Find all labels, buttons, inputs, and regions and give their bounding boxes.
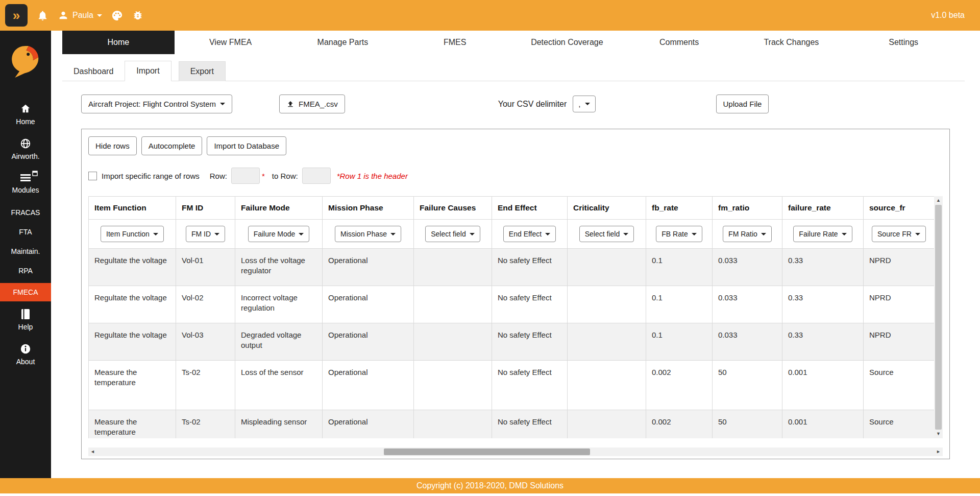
csv-file-button[interactable]: FMEA_.csv (279, 95, 345, 113)
table-cell: NPRD (864, 249, 935, 286)
filter-select-fm-ratio[interactable]: FM Ratio (723, 226, 772, 242)
delimiter-value: , (578, 100, 580, 108)
table-cell: Vol-03 (176, 323, 235, 361)
footer: Copyright (c) 2018-2020, DMD Solutions (0, 478, 980, 493)
sidebar-item-label: FTA (19, 228, 32, 236)
table-cell (568, 249, 646, 286)
table-cell (414, 286, 492, 323)
scroll-up-arrow-icon[interactable]: ▲ (936, 198, 941, 203)
table-filter-row: Item FunctionFM IDFailure ModeMission Ph… (89, 220, 935, 249)
table-cell (414, 249, 492, 286)
table-cell: 0.33 (782, 323, 864, 361)
column-header-fm-ratio: fm_ratio (713, 197, 782, 220)
sidebar-item-fracas[interactable]: FRACAS (0, 203, 51, 222)
table-cell: 0.033 (713, 249, 782, 286)
table-cell: No safety Effect (492, 410, 568, 439)
row-start-input[interactable] (231, 168, 260, 184)
table-cell (568, 410, 646, 439)
row-end-label: to Row: (272, 172, 298, 180)
sidebar-item-maintain[interactable]: Maintain. (0, 242, 51, 261)
sidebar-item-modules[interactable]: Modules (0, 170, 51, 197)
table-cell: Regultate the voltage (89, 323, 176, 361)
tab-view-fmea[interactable]: View FMEA (175, 31, 287, 54)
tab-fmes[interactable]: FMES (399, 31, 511, 54)
bug-report-button[interactable] (132, 10, 143, 21)
filter-select-failure-mode[interactable]: Failure Mode (248, 226, 310, 242)
scroll-left-arrow-icon[interactable]: ◄ (90, 450, 95, 454)
column-header-source-fr: source_fr (864, 197, 935, 220)
chevron-down-icon (299, 233, 304, 235)
tab-comments[interactable]: Comments (623, 31, 736, 54)
sidebar-item-airworthiness[interactable]: Airworth. (0, 135, 51, 163)
filter-cell: Select field (568, 220, 646, 249)
tab-home[interactable]: Home (62, 31, 175, 54)
range-checkbox[interactable] (88, 172, 97, 180)
autocomplete-button[interactable]: Autocomplete (141, 136, 203, 155)
tab-detection-coverage[interactable]: Detection Coverage (511, 31, 623, 54)
table-cell (568, 286, 646, 323)
horizontal-scrollbar[interactable]: ◄ ► (88, 447, 943, 456)
sidebar-item-rpa[interactable]: RPA (0, 262, 51, 280)
table-cell: 50 (713, 410, 782, 439)
range-row: Import specific range of rows Row: * to … (88, 168, 943, 184)
project-selector-label: Aircraft Project: Flight Control System (88, 100, 216, 108)
vertical-scroll-thumb[interactable] (935, 205, 942, 430)
sidebar-item-fmeca[interactable]: FMECA (0, 283, 51, 301)
filter-select-failure-rate[interactable]: Failure Rate (793, 226, 852, 242)
user-menu[interactable]: Paula (58, 10, 102, 21)
scroll-down-arrow-icon[interactable]: ▼ (936, 432, 941, 436)
tab-track-changes[interactable]: Track Changes (736, 31, 848, 54)
bug-icon (132, 10, 143, 21)
table-cell: Ts-02 (176, 410, 235, 439)
import-panel: Hide rowsAutocompleteImport to Database … (81, 129, 950, 459)
sidebar-item-help[interactable]: Help (0, 305, 51, 334)
horizontal-scroll-thumb[interactable] (384, 448, 590, 455)
vertical-scrollbar[interactable]: ▲ ▼ (934, 196, 943, 438)
sidebar-item-label: Modules (12, 186, 39, 194)
table-cell: 0.033 (713, 286, 782, 323)
chevron-down-icon (585, 103, 590, 105)
table-cell: Operational (323, 323, 414, 361)
project-selector-dropdown[interactable]: Aircraft Project: Flight Control System (81, 95, 232, 113)
filter-select-select-field[interactable]: Select field (425, 226, 480, 242)
upload-file-button[interactable]: Upload File (716, 95, 769, 113)
table-cell: 0.002 (646, 410, 713, 439)
filter-select-fb-rate[interactable]: FB Rate (656, 226, 702, 242)
chevron-down-icon (692, 233, 697, 235)
sidebar-item-home[interactable]: Home (0, 100, 51, 129)
user-name: Paula (72, 11, 93, 20)
filter-select-mission-phase[interactable]: Mission Phase (335, 226, 401, 242)
import-to-database-button[interactable]: Import to Database (207, 136, 286, 155)
sidebar-item-about[interactable]: About (0, 340, 51, 369)
sidebar-item-label: Maintain. (11, 247, 40, 255)
filter-select-source-fr[interactable]: Source FR (872, 226, 926, 242)
filter-label: Mission Phase (340, 230, 387, 238)
scroll-right-arrow-icon[interactable]: ► (936, 450, 941, 454)
filter-select-item-function[interactable]: Item Function (101, 226, 164, 242)
notifications-button[interactable] (37, 10, 48, 21)
topbar-left-group: » Paula (5, 4, 143, 27)
subtab-import[interactable]: Import (125, 61, 171, 81)
delimiter-dropdown[interactable]: , (573, 96, 595, 112)
sidebar-collapse-button[interactable]: » (5, 4, 28, 27)
column-header-end-effect: End Effect (492, 197, 568, 220)
tab-manage-parts[interactable]: Manage Parts (287, 31, 399, 54)
filter-cell: FB Rate (646, 220, 713, 249)
theme-button[interactable] (111, 10, 123, 21)
table-header-row: Item FunctionFM IDFailure ModeMission Ph… (89, 197, 935, 220)
filter-select-select-field[interactable]: Select field (579, 226, 634, 242)
filter-select-end-effect[interactable]: End Effect (503, 226, 556, 242)
delimiter-label: Your CSV delimiter (498, 100, 567, 109)
table-cell: 0.001 (782, 410, 864, 439)
row-end-input[interactable] (302, 168, 331, 184)
hide-rows-button[interactable]: Hide rows (88, 136, 137, 155)
tab-settings[interactable]: Settings (847, 31, 960, 54)
filter-select-fm-id[interactable]: FM ID (186, 226, 225, 242)
sidebar-item-fta[interactable]: FTA (0, 223, 51, 241)
subtab-export[interactable]: Export (179, 61, 226, 81)
table-cell: 0.1 (646, 286, 713, 323)
main-tabs: HomeView FMEAManage PartsFMESDetection C… (51, 31, 980, 54)
subtab-dashboard[interactable]: Dashboard (62, 62, 125, 81)
table-cell (414, 323, 492, 361)
copyright-text: Copyright (c) 2018-2020, DMD Solutions (416, 481, 564, 490)
